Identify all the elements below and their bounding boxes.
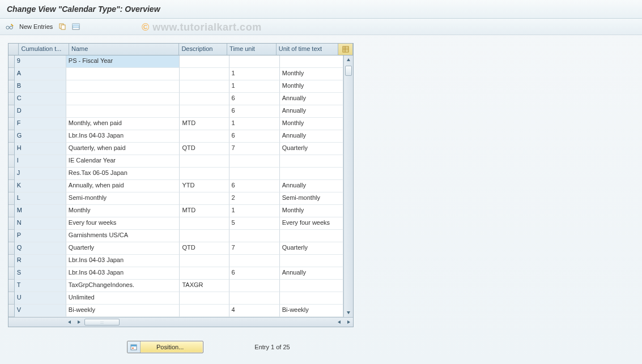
cell-name[interactable]: IE Calendar Year bbox=[66, 155, 180, 168]
cell-time-unit[interactable] bbox=[229, 255, 280, 267]
cell-description[interactable] bbox=[180, 68, 229, 80]
cell-description[interactable] bbox=[180, 155, 229, 168]
row-selector[interactable] bbox=[8, 93, 15, 105]
cell-time-unit[interactable] bbox=[229, 230, 280, 242]
cell-time-unit[interactable]: 4 bbox=[229, 305, 280, 317]
copy-button[interactable] bbox=[58, 23, 66, 31]
cell-description[interactable] bbox=[180, 255, 229, 267]
cell-unit-text[interactable]: Annually bbox=[280, 180, 344, 192]
row-selector[interactable] bbox=[8, 130, 15, 143]
table-row[interactable]: D6Annually bbox=[8, 105, 343, 118]
cell-time-unit[interactable]: 1 bbox=[229, 205, 280, 217]
cell-time-unit[interactable]: 1 bbox=[229, 68, 280, 80]
cell-description[interactable] bbox=[180, 168, 229, 180]
cell-name[interactable] bbox=[66, 80, 180, 93]
cell-name[interactable]: Bi-weekly bbox=[66, 305, 180, 317]
cell-cumulation[interactable]: H bbox=[15, 143, 66, 155]
cell-unit-text[interactable] bbox=[280, 55, 344, 68]
cell-name[interactable]: Monthly, when paid bbox=[66, 118, 180, 130]
cell-cumulation[interactable]: U bbox=[15, 292, 66, 305]
cell-name[interactable]: Lbr.Ins 04-03 Japan bbox=[66, 130, 180, 143]
col-header-name[interactable]: Name bbox=[69, 44, 179, 55]
cell-time-unit[interactable]: 1 bbox=[229, 80, 280, 93]
cell-unit-text[interactable] bbox=[280, 280, 344, 292]
cell-time-unit[interactable]: 6 bbox=[229, 267, 280, 280]
cell-unit-text[interactable] bbox=[280, 168, 344, 180]
cell-name[interactable] bbox=[66, 93, 180, 105]
cell-description[interactable] bbox=[180, 305, 229, 317]
cell-unit-text[interactable] bbox=[280, 292, 344, 305]
row-selector[interactable] bbox=[8, 242, 15, 255]
delimit-button[interactable] bbox=[72, 23, 80, 31]
cell-unit-text[interactable]: Monthly bbox=[280, 68, 344, 80]
cell-description[interactable]: MTD bbox=[180, 205, 229, 217]
cell-time-unit[interactable] bbox=[229, 280, 280, 292]
row-selector[interactable] bbox=[8, 105, 15, 118]
table-row[interactable]: NEvery four weeks5Every four weeks bbox=[8, 217, 343, 230]
cell-description[interactable]: QTD bbox=[180, 143, 229, 155]
vertical-scrollbar[interactable] bbox=[343, 55, 353, 317]
row-selector[interactable] bbox=[8, 230, 15, 242]
row-selector[interactable] bbox=[8, 118, 15, 130]
cell-description[interactable]: TAXGR bbox=[180, 280, 229, 292]
cell-description[interactable] bbox=[180, 217, 229, 230]
cell-description[interactable] bbox=[180, 105, 229, 118]
cell-name[interactable]: Lbr.Ins 04-03 Japan bbox=[66, 255, 180, 267]
table-row[interactable]: UUnlimited bbox=[8, 292, 343, 305]
cell-name[interactable]: Every four weeks bbox=[66, 217, 180, 230]
cell-unit-text[interactable]: Annually bbox=[280, 130, 344, 143]
cell-cumulation[interactable]: B bbox=[15, 80, 66, 93]
cell-name[interactable]: Lbr.Ins 04-03 Japan bbox=[66, 267, 180, 280]
table-row[interactable]: TTaxGrpChangeIndones.TAXGR bbox=[8, 280, 343, 292]
row-selector[interactable] bbox=[8, 143, 15, 155]
table-row[interactable]: LSemi-monthly2Semi-monthly bbox=[8, 192, 343, 205]
row-selector[interactable] bbox=[8, 68, 15, 80]
cell-name[interactable] bbox=[66, 68, 180, 80]
scroll-thumb[interactable] bbox=[345, 66, 352, 76]
cell-unit-text[interactable] bbox=[280, 155, 344, 168]
cell-unit-text[interactable]: Quarterly bbox=[280, 242, 344, 255]
select-all-handle[interactable] bbox=[8, 44, 19, 55]
table-row[interactable]: QQuarterlyQTD7Quarterly bbox=[8, 242, 343, 255]
scroll-left-end-button[interactable] bbox=[335, 318, 344, 327]
cell-unit-text[interactable]: Monthly bbox=[280, 205, 344, 217]
position-button[interactable]: Position... bbox=[127, 341, 203, 353]
table-row[interactable]: A1Monthly bbox=[8, 68, 343, 80]
table-row[interactable]: B1Monthly bbox=[8, 80, 343, 93]
cell-description[interactable] bbox=[180, 267, 229, 280]
cell-time-unit[interactable]: 5 bbox=[229, 217, 280, 230]
table-row[interactable]: IIE Calendar Year bbox=[8, 155, 343, 168]
cell-unit-text[interactable]: Quarterly bbox=[280, 143, 344, 155]
cell-time-unit[interactable]: 2 bbox=[229, 192, 280, 205]
cell-unit-text[interactable]: Semi-monthly bbox=[280, 192, 344, 205]
cell-name[interactable] bbox=[66, 105, 180, 118]
cell-description[interactable] bbox=[180, 93, 229, 105]
cell-name[interactable]: Garnishments US/CA bbox=[66, 230, 180, 242]
table-row[interactable]: JRes.Tax 06-05 Japan bbox=[8, 168, 343, 180]
cell-cumulation[interactable]: J bbox=[15, 168, 66, 180]
cell-cumulation[interactable]: V bbox=[15, 305, 66, 317]
cell-unit-text[interactable]: Monthly bbox=[280, 118, 344, 130]
cell-time-unit[interactable]: 6 bbox=[229, 93, 280, 105]
row-selector[interactable] bbox=[8, 255, 15, 267]
col-header-cumulation[interactable]: Cumulation t... bbox=[19, 44, 69, 55]
cell-description[interactable]: YTD bbox=[180, 180, 229, 192]
cell-description[interactable] bbox=[180, 192, 229, 205]
cell-time-unit[interactable]: 6 bbox=[229, 105, 280, 118]
row-selector[interactable] bbox=[8, 168, 15, 180]
cell-cumulation[interactable]: M bbox=[15, 205, 66, 217]
cell-name[interactable]: PS - Fiscal Year bbox=[66, 55, 180, 68]
scroll-right-button[interactable] bbox=[74, 318, 83, 327]
row-selector[interactable] bbox=[8, 205, 15, 217]
table-row[interactable]: RLbr.Ins 04-03 Japan bbox=[8, 255, 343, 267]
cell-name[interactable]: Semi-monthly bbox=[66, 192, 180, 205]
row-selector[interactable] bbox=[8, 192, 15, 205]
col-header-description[interactable]: Description bbox=[179, 44, 227, 55]
table-row[interactable]: FMonthly, when paidMTD1Monthly bbox=[8, 118, 343, 130]
new-entries-button[interactable]: New Entries bbox=[19, 23, 53, 30]
table-row[interactable]: GLbr.Ins 04-03 Japan6Annually bbox=[8, 130, 343, 143]
cell-name[interactable]: Quarterly bbox=[66, 242, 180, 255]
cell-cumulation[interactable]: R bbox=[15, 255, 66, 267]
cell-unit-text[interactable]: Every four weeks bbox=[280, 217, 344, 230]
cell-unit-text[interactable] bbox=[280, 230, 344, 242]
